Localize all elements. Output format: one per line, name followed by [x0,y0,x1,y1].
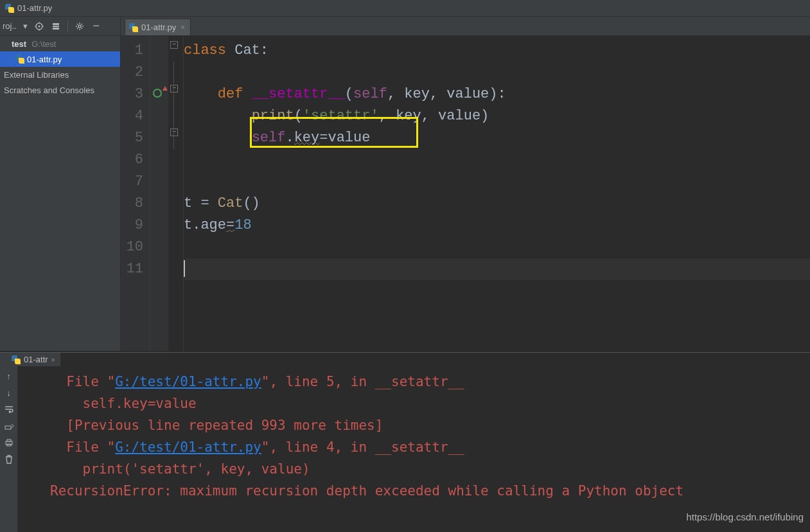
folder-path: G:\test [31,39,56,49]
code-editor[interactable]: 123 456 789 1011 class Cat: def __setatt… [121,36,810,351]
window-titlebar: 01-attr.py [0,0,810,17]
svg-rect-6 [53,23,59,25]
fold-column [168,36,184,351]
file-link[interactable]: G:/test/01-attr.py [115,439,261,455]
export-icon[interactable] [4,421,14,431]
print-icon[interactable] [4,438,14,448]
arrow-up-icon[interactable]: ↑ [4,371,14,381]
target-icon[interactable] [34,21,44,31]
project-sidebar: test G:\test 01-attr.py External Librari… [0,36,121,351]
trash-icon[interactable] [4,454,14,465]
line-numbers: 123 456 789 1011 [121,36,150,351]
run-sidebar: ↑ ↓ [0,353,18,532]
fold-toggle[interactable] [168,40,183,62]
sidebar-item-label: Scratches and Consoles [4,85,94,95]
editor-tab-label: 01-attr.py [141,22,176,32]
code-body[interactable]: class Cat: def __setattr__(self, key, va… [184,36,810,351]
watermark: https://blog.csdn.net/ifubing [686,506,804,528]
python-file-icon [5,4,14,13]
toolbar-row: roj.. ▾ − 01-attr.py × [0,17,810,36]
python-file-icon [15,55,24,64]
file-link[interactable]: G:/test/01-attr.py [115,374,261,389]
sidebar-file-01-attr[interactable]: 01-attr.py [0,51,120,67]
wrap-icon[interactable] [4,404,14,414]
main-area: test G:\test 01-attr.py External Librari… [0,36,810,351]
svg-point-9 [78,25,81,28]
close-icon[interactable]: × [180,23,185,32]
text-cursor [184,260,185,277]
override-icon[interactable] [153,89,162,98]
gear-icon[interactable] [75,21,85,31]
sidebar-scratches[interactable]: Scratches and Consoles [0,82,120,98]
editor-tabs: 01-attr.py × [121,17,810,35]
console-output[interactable]: File "G:/test/01-attr.py", line 5, in __… [18,353,810,532]
sidebar-item-label: External Libraries [4,70,69,80]
stacked-icon[interactable] [51,21,61,31]
project-dropdown[interactable]: roj.. [3,21,17,31]
window-title: 01-attr.py [17,3,52,13]
sidebar-file-label: 01-attr.py [27,55,62,64]
sidebar-external-libs[interactable]: External Libraries [0,67,120,82]
separator [67,21,68,32]
fold-toggle[interactable] [168,84,183,105]
folder-label: test [12,39,26,49]
svg-rect-12 [7,439,11,441]
gutter-icons [150,36,168,351]
python-file-icon [129,23,138,32]
run-tool-window: 01-attr × ↑ ↓ File "G:/test/01-attr.py",… [0,352,810,532]
svg-rect-8 [53,28,59,30]
svg-rect-7 [53,26,59,27]
project-toolbar: roj.. ▾ − [0,17,121,35]
project-root[interactable]: test G:\test [0,36,120,51]
minimize-icon[interactable]: − [91,21,101,31]
svg-rect-10 [5,426,11,429]
arrow-down-icon[interactable]: ↓ [4,387,14,398]
fold-toggle[interactable] [168,127,183,149]
svg-point-1 [38,25,40,27]
editor-tab-01-attr[interactable]: 01-attr.py × [125,19,191,35]
